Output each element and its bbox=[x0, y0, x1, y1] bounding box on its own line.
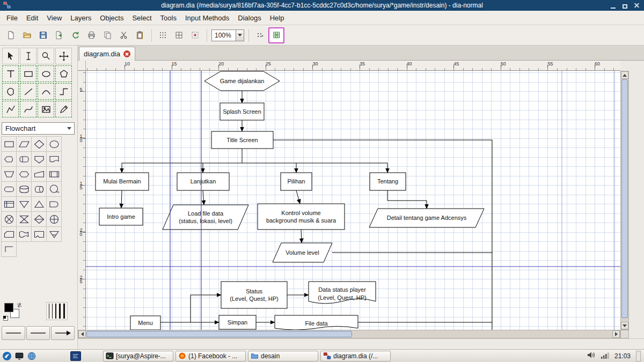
tool-text[interactable] bbox=[2, 65, 19, 82]
tool-ellipse[interactable] bbox=[38, 65, 54, 82]
shape-or[interactable] bbox=[46, 211, 62, 227]
node-kontrol[interactable] bbox=[258, 204, 345, 230]
minimized-window-button[interactable] bbox=[70, 351, 81, 361]
vertical-scroll-thumb[interactable] bbox=[621, 79, 628, 318]
shape-offpage-connector[interactable] bbox=[31, 151, 47, 167]
globe-icon[interactable] bbox=[27, 351, 36, 361]
minimize-icon[interactable] bbox=[610, 2, 616, 9]
end-arrow-style-button[interactable] bbox=[51, 326, 75, 340]
tab-close-icon[interactable] bbox=[123, 50, 130, 57]
shape-transaction-file[interactable] bbox=[16, 151, 32, 167]
shape-punched-tape[interactable] bbox=[16, 226, 32, 242]
new-diagram-button[interactable] bbox=[3, 28, 18, 43]
shape-merge[interactable] bbox=[16, 196, 32, 212]
taskbar-window-3[interactable]: diagram.dia (/... bbox=[320, 351, 391, 361]
line-width-1[interactable] bbox=[49, 304, 49, 319]
open-button[interactable] bbox=[19, 28, 34, 43]
shape-manual-operation[interactable] bbox=[1, 166, 17, 182]
shape-terminal[interactable] bbox=[1, 181, 17, 197]
menu-item-objects[interactable]: Objects bbox=[96, 11, 128, 25]
menu-item-layers[interactable]: Layers bbox=[66, 11, 96, 25]
default-colors-icon[interactable] bbox=[3, 316, 8, 321]
node-mulai[interactable] bbox=[96, 173, 149, 190]
tool-beziergon[interactable] bbox=[2, 83, 19, 100]
menu-item-view[interactable]: View bbox=[42, 11, 66, 25]
horizontal-scrollbar[interactable] bbox=[78, 330, 620, 338]
shape-offline-storage[interactable] bbox=[46, 226, 62, 242]
tool-line[interactable] bbox=[20, 83, 36, 100]
menu-item-edit[interactable]: Edit bbox=[22, 11, 42, 25]
connector[interactable] bbox=[273, 140, 492, 330]
menu-item-help[interactable]: Help bbox=[266, 11, 289, 25]
tool-magnify[interactable] bbox=[38, 48, 54, 64]
node-load[interactable] bbox=[163, 205, 248, 230]
shape-sort[interactable] bbox=[31, 211, 47, 227]
network-signal-icon[interactable] bbox=[601, 351, 609, 361]
start-menu-icon[interactable] bbox=[2, 351, 12, 361]
node-start[interactable] bbox=[204, 71, 280, 91]
shape-magnetic-drum[interactable] bbox=[31, 181, 47, 197]
taskbar-window-1[interactable]: (1) Facebook - ... bbox=[175, 351, 246, 361]
shape-ellipse[interactable] bbox=[46, 136, 62, 152]
ruler-left[interactable]: 510152025 bbox=[78, 71, 86, 330]
shape-magnetic-tape[interactable] bbox=[46, 181, 62, 197]
zoom-combo[interactable]: 100% bbox=[211, 29, 244, 41]
line-width-4[interactable] bbox=[59, 304, 61, 319]
snap-to-objects-toggle[interactable] bbox=[187, 28, 202, 43]
scroll-right-button[interactable] bbox=[612, 330, 620, 338]
shape-internal-storage[interactable] bbox=[1, 196, 17, 212]
cut-button[interactable] bbox=[116, 28, 131, 43]
line-width-5[interactable] bbox=[63, 304, 65, 319]
start-arrow-style-button[interactable] bbox=[2, 326, 25, 340]
zoom-value[interactable]: 100% bbox=[211, 29, 236, 41]
node-title[interactable] bbox=[211, 131, 273, 149]
shape-extract[interactable] bbox=[31, 196, 47, 212]
tool-bezierline[interactable] bbox=[20, 101, 36, 117]
shape-manual-input[interactable] bbox=[31, 166, 47, 182]
node-volume[interactable] bbox=[273, 243, 332, 262]
shape-punched-card[interactable] bbox=[1, 226, 17, 242]
foreground-color-swatch[interactable] bbox=[4, 303, 13, 312]
speaker-icon[interactable] bbox=[587, 351, 595, 361]
shape-display[interactable] bbox=[1, 151, 17, 167]
menu-item-input-methods[interactable]: Input Methods bbox=[181, 11, 233, 25]
node-detail[interactable] bbox=[369, 209, 484, 227]
node-pilihan[interactable] bbox=[281, 173, 312, 190]
tool-arc[interactable] bbox=[38, 83, 54, 100]
print-button[interactable] bbox=[84, 28, 99, 43]
ruler-top[interactable]: 1015202530354045505560 bbox=[86, 61, 620, 71]
scroll-left-button[interactable] bbox=[78, 330, 86, 338]
shape-collate[interactable] bbox=[16, 211, 32, 227]
node-lanjutkan[interactable] bbox=[177, 173, 229, 190]
node-status[interactable] bbox=[221, 282, 287, 308]
shape-diamond[interactable] bbox=[31, 136, 47, 152]
scroll-up-button[interactable] bbox=[621, 71, 628, 79]
show-grid-toggle[interactable] bbox=[171, 28, 186, 43]
tool-text-edit[interactable] bbox=[20, 48, 36, 64]
undo-button[interactable] bbox=[68, 28, 83, 43]
node-splash[interactable] bbox=[220, 103, 264, 120]
shape-summing-junction[interactable] bbox=[1, 211, 17, 227]
copy-button[interactable] bbox=[100, 28, 115, 43]
shape-document[interactable] bbox=[46, 151, 62, 167]
tool-image[interactable] bbox=[38, 101, 54, 117]
paste-button[interactable] bbox=[132, 28, 147, 43]
diagram-canvas[interactable]: Game dijalankanSplash ScreenTitle Screen… bbox=[86, 71, 620, 330]
layers-widget-button[interactable] bbox=[252, 28, 267, 43]
tool-box[interactable] bbox=[20, 65, 36, 82]
monitor-icon[interactable] bbox=[14, 351, 24, 361]
node-datastatus[interactable] bbox=[309, 282, 376, 304]
scroll-down-button[interactable] bbox=[621, 322, 628, 329]
connector[interactable] bbox=[296, 190, 300, 204]
tab-diagram[interactable]: diagram.dia bbox=[79, 47, 135, 61]
taskbar-window-0[interactable]: [surya@Aspire-... bbox=[103, 351, 173, 361]
shape-box[interactable] bbox=[1, 136, 17, 152]
snap-to-grid-toggle[interactable] bbox=[155, 28, 170, 43]
tool-modify[interactable] bbox=[2, 48, 19, 64]
connector[interactable] bbox=[387, 190, 427, 209]
tool-zigzagline[interactable] bbox=[55, 83, 72, 100]
sheet-selector[interactable]: Flowchart bbox=[2, 122, 75, 135]
shape-parallelogram[interactable] bbox=[16, 136, 32, 152]
save-button[interactable] bbox=[35, 28, 50, 43]
menu-item-tools[interactable]: Tools bbox=[156, 11, 181, 25]
